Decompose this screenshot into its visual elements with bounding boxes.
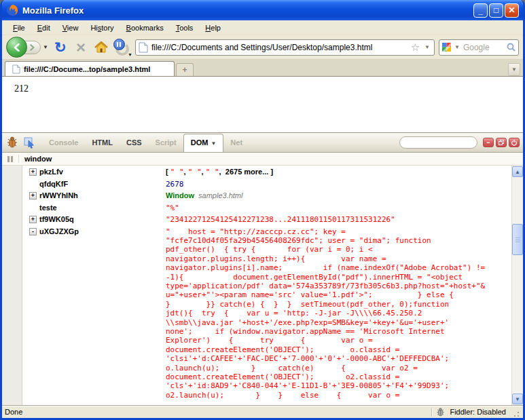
- menu-view[interactable]: View: [57, 22, 84, 34]
- navigation-toolbar: ▼ ↻ × ▼ file:///C:/Documents and Setting…: [2, 35, 523, 60]
- dom-property-name[interactable]: rWWYhlNh: [39, 190, 166, 202]
- firebug-close-button[interactable]: [509, 138, 520, 147]
- dom-panel: + pkzLfv [ " ", " ", " ", 2675 more... ]…: [2, 166, 523, 405]
- menu-tools[interactable]: Tools: [170, 22, 199, 34]
- dom-property-name[interactable]: pkzLfv: [39, 166, 166, 178]
- tab-page-icon: [12, 64, 20, 74]
- fiddler-status[interactable]: Fiddler: Disabled: [450, 408, 506, 416]
- break-on-next-icon[interactable]: [6, 155, 14, 164]
- magnifier-icon[interactable]: [507, 43, 515, 52]
- firebug-minimize-button[interactable]: −: [483, 138, 494, 147]
- page-icon: [139, 42, 148, 53]
- reload-button[interactable]: ↻: [52, 39, 69, 56]
- expand-icon[interactable]: +: [29, 192, 37, 199]
- status-separator: [431, 408, 432, 417]
- search-box: ▼: [439, 39, 519, 56]
- url-text: file:///C:/Documents and Settings/User/D…: [151, 43, 408, 52]
- close-button[interactable]: ✕: [505, 3, 519, 18]
- dom-property-value: "23412271254125412271238...2411180115011…: [166, 214, 511, 226]
- dom-property-value: " host = "http://zacccp.cz.cc"; key = "f…: [166, 226, 511, 400]
- inspect-icon[interactable]: [23, 136, 35, 149]
- expand-icon[interactable]: +: [29, 216, 37, 223]
- dom-property-value: "%": [166, 202, 511, 214]
- breadcrumb[interactable]: window: [24, 155, 52, 163]
- menu-bar: File Edit View History Bookmarks Tools H…: [2, 20, 523, 35]
- firebug-icon[interactable]: [5, 136, 19, 149]
- url-dropdown-caret[interactable]: ▼: [423, 44, 431, 50]
- back-arrow-icon: [13, 43, 21, 52]
- firebug-search-input[interactable]: [399, 136, 477, 149]
- history-dropdown-caret[interactable]: ▼: [43, 44, 48, 50]
- firebug-panel: Console HTML CSS Script DOM▼ Net −: [2, 132, 523, 405]
- scrollbar-thumb[interactable]: [512, 224, 523, 255]
- power-icon: [511, 140, 517, 146]
- firebug-tab-html[interactable]: HTML: [85, 134, 120, 151]
- dom-property-value: 2678: [166, 178, 511, 191]
- page-content: 212: [2, 77, 523, 132]
- dom-tab-caret: ▼: [211, 140, 216, 147]
- firebug-toolbar: Console HTML CSS Script DOM▼ Net −: [2, 133, 523, 153]
- table-row: qfdqKfF 2678: [22, 178, 511, 191]
- firebug-breadcrumb-bar: window: [2, 153, 523, 166]
- url-bar[interactable]: file:///C:/Documents and Settings/User/D…: [135, 39, 435, 56]
- forward-arrow-icon: [29, 44, 35, 51]
- firefox-window: Mozilla Firefox _ □ ✕ File Edit View His…: [0, 0, 525, 420]
- firebug-tab-script[interactable]: Script: [149, 134, 183, 151]
- back-button[interactable]: [6, 37, 27, 58]
- menu-file[interactable]: File: [7, 22, 31, 34]
- breadcrumb-separator: [18, 155, 19, 163]
- search-input[interactable]: [463, 43, 505, 52]
- firebug-detach-button[interactable]: [496, 138, 507, 147]
- minimize-button[interactable]: _: [473, 3, 488, 18]
- firefox-icon: [6, 4, 18, 16]
- table-row: + tf9WK05q "23412271254125412271238...24…: [22, 214, 511, 226]
- dom-property-value: [ " ", " ", " ", 2675 more... ]: [166, 166, 511, 178]
- menu-bookmarks[interactable]: Bookmarks: [121, 22, 169, 34]
- dom-panel-gutter: [2, 166, 22, 405]
- expand-icon[interactable]: +: [29, 168, 37, 176]
- firebug-tab-net[interactable]: Net: [223, 134, 249, 151]
- firebug-tab-css[interactable]: CSS: [120, 134, 149, 151]
- detach-icon: [499, 140, 504, 145]
- search-engine-caret[interactable]: ▼: [453, 44, 461, 50]
- menu-history[interactable]: History: [85, 22, 119, 34]
- tab-sample3[interactable]: file:///C:/Docume...top/sample3.html: [5, 61, 175, 76]
- table-row: teste "%": [22, 202, 511, 214]
- tab-title: file:///C:/Docume...top/sample3.html: [24, 65, 150, 73]
- firebug-status-icon[interactable]: [435, 407, 446, 417]
- stop-icon: ×: [76, 41, 86, 54]
- title-bar: Mozilla Firefox _ □ ✕: [2, 0, 523, 20]
- dom-tree: + pkzLfv [ " ", " ", " ", 2675 more... ]…: [22, 166, 511, 405]
- dom-property-name[interactable]: teste: [39, 202, 166, 214]
- tab-strip: file:///C:/Docume...top/sample3.html + ▼: [2, 60, 523, 77]
- resize-grip[interactable]: [511, 409, 520, 418]
- firebug-tab-dom[interactable]: DOM▼: [183, 134, 224, 152]
- table-row: + rWWYhlNh Windowsample3.html: [22, 190, 511, 202]
- bookmark-star-icon[interactable]: ☆: [411, 42, 420, 52]
- home-icon: [94, 41, 108, 54]
- menu-help[interactable]: Help: [200, 22, 226, 34]
- firebug-tab-console[interactable]: Console: [42, 134, 85, 151]
- reload-icon: ↻: [54, 40, 67, 54]
- vertical-scrollbar[interactable]: ▲ ▼: [511, 166, 523, 405]
- status-bar: Done Fiddler: Disabled: [2, 405, 523, 418]
- menu-edit[interactable]: Edit: [32, 22, 56, 34]
- table-row: - uXGJZXGp " host = "http://zacccp.cz.cc…: [22, 226, 511, 400]
- scroll-down-icon[interactable]: ▼: [512, 394, 523, 404]
- dom-property-name[interactable]: uXGJZXGp: [39, 226, 166, 238]
- pause-extension-button[interactable]: ▼: [113, 39, 131, 56]
- google-icon: [442, 43, 451, 52]
- dom-property-name[interactable]: qfdqKfF: [39, 178, 166, 191]
- maximize-button[interactable]: □: [489, 3, 503, 18]
- collapse-icon[interactable]: -: [29, 228, 37, 235]
- window-title: Mozilla Firefox: [22, 5, 473, 16]
- list-all-tabs-button[interactable]: ▼: [508, 63, 520, 76]
- dom-property-name[interactable]: tf9WK05q: [39, 214, 166, 226]
- home-button[interactable]: [93, 39, 109, 56]
- new-tab-button[interactable]: +: [176, 63, 194, 76]
- pause-dropdown-caret: ▼: [128, 52, 132, 57]
- table-row: + pkzLfv [ " ", " ", " ", 2675 more... ]: [22, 166, 511, 178]
- scroll-up-icon[interactable]: ▲: [512, 166, 523, 177]
- page-text: 212: [14, 83, 29, 94]
- stop-button[interactable]: ×: [73, 39, 89, 56]
